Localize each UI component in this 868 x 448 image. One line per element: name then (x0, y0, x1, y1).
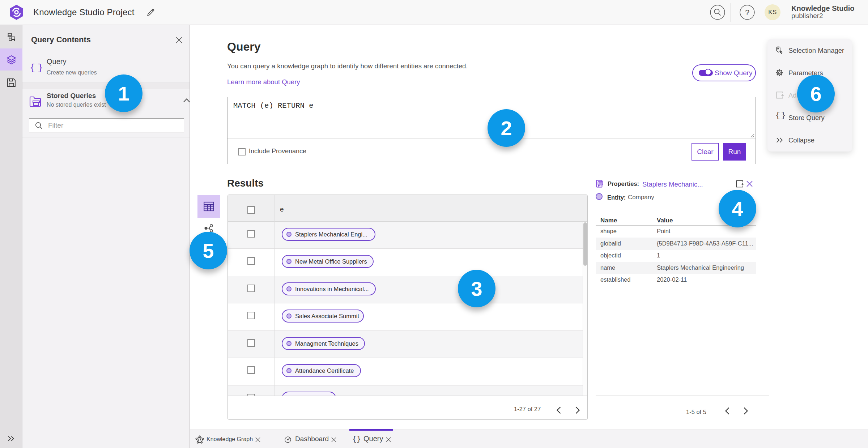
svg-text:?: ? (745, 8, 749, 17)
